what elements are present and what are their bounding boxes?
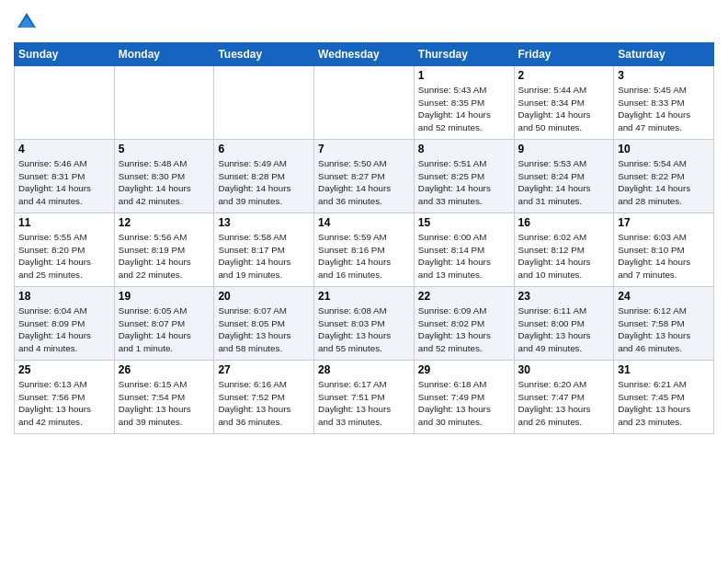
weekday-header-saturday: Saturday <box>614 43 714 66</box>
day-number: 21 <box>318 290 410 303</box>
day-number: 27 <box>218 363 310 376</box>
day-number: 13 <box>218 216 310 229</box>
day-info: Sunrise: 6:16 AM Sunset: 7:52 PM Dayligh… <box>218 378 310 429</box>
week-row-4: 18Sunrise: 6:04 AM Sunset: 8:09 PM Dayli… <box>15 287 714 361</box>
calendar-cell: 18Sunrise: 6:04 AM Sunset: 8:09 PM Dayli… <box>15 287 115 361</box>
day-number: 30 <box>518 363 610 376</box>
day-info: Sunrise: 6:20 AM Sunset: 7:47 PM Dayligh… <box>518 378 610 429</box>
day-info: Sunrise: 6:04 AM Sunset: 8:09 PM Dayligh… <box>18 304 110 355</box>
day-info: Sunrise: 5:46 AM Sunset: 8:31 PM Dayligh… <box>18 157 110 208</box>
calendar-cell: 25Sunrise: 6:13 AM Sunset: 7:56 PM Dayli… <box>15 361 115 434</box>
calendar-cell: 14Sunrise: 5:59 AM Sunset: 8:16 PM Dayli… <box>314 213 415 287</box>
calendar-cell: 13Sunrise: 5:58 AM Sunset: 8:17 PM Dayli… <box>214 213 314 287</box>
day-number: 7 <box>318 143 410 155</box>
calendar-cell: 27Sunrise: 6:16 AM Sunset: 7:52 PM Dayli… <box>214 361 314 434</box>
day-info: Sunrise: 5:54 AM Sunset: 8:22 PM Dayligh… <box>618 157 710 208</box>
calendar-cell: 20Sunrise: 6:07 AM Sunset: 8:05 PM Dayli… <box>214 287 314 361</box>
calendar-cell: 12Sunrise: 5:56 AM Sunset: 8:19 PM Dayli… <box>114 213 214 287</box>
day-number: 5 <box>119 143 210 155</box>
calendar-cell: 29Sunrise: 6:18 AM Sunset: 7:49 PM Dayli… <box>414 361 514 434</box>
calendar-cell <box>314 66 415 140</box>
day-info: Sunrise: 6:11 AM Sunset: 8:00 PM Dayligh… <box>518 304 610 355</box>
day-number: 31 <box>618 363 710 376</box>
day-info: Sunrise: 6:18 AM Sunset: 7:49 PM Dayligh… <box>418 378 510 429</box>
day-info: Sunrise: 6:09 AM Sunset: 8:02 PM Dayligh… <box>418 304 510 355</box>
day-number: 20 <box>218 290 310 303</box>
day-info: Sunrise: 5:48 AM Sunset: 8:30 PM Dayligh… <box>119 157 210 208</box>
calendar-cell: 24Sunrise: 6:12 AM Sunset: 7:58 PM Dayli… <box>614 287 714 361</box>
day-number: 4 <box>18 143 110 155</box>
logo-icon <box>14 9 40 35</box>
calendar-cell: 7Sunrise: 5:50 AM Sunset: 8:27 PM Daylig… <box>314 140 415 213</box>
calendar-cell: 15Sunrise: 6:00 AM Sunset: 8:14 PM Dayli… <box>414 213 514 287</box>
weekday-header-sunday: Sunday <box>15 43 115 66</box>
day-number: 14 <box>318 216 410 229</box>
calendar-container: SundayMondayTuesdayWednesdayThursdayFrid… <box>0 0 728 443</box>
day-info: Sunrise: 5:49 AM Sunset: 8:28 PM Dayligh… <box>218 157 310 208</box>
calendar-cell: 23Sunrise: 6:11 AM Sunset: 8:00 PM Dayli… <box>514 287 614 361</box>
day-number: 29 <box>418 363 510 376</box>
calendar-cell: 9Sunrise: 5:53 AM Sunset: 8:24 PM Daylig… <box>514 140 614 213</box>
calendar-cell: 4Sunrise: 5:46 AM Sunset: 8:31 PM Daylig… <box>15 140 115 213</box>
weekday-header-tuesday: Tuesday <box>214 43 314 66</box>
day-info: Sunrise: 5:58 AM Sunset: 8:17 PM Dayligh… <box>218 231 310 282</box>
week-row-3: 11Sunrise: 5:55 AM Sunset: 8:20 PM Dayli… <box>15 213 714 287</box>
day-number: 17 <box>618 216 710 229</box>
calendar-cell: 21Sunrise: 6:08 AM Sunset: 8:03 PM Dayli… <box>314 287 415 361</box>
day-info: Sunrise: 5:56 AM Sunset: 8:19 PM Dayligh… <box>119 231 210 282</box>
calendar-cell: 30Sunrise: 6:20 AM Sunset: 7:47 PM Dayli… <box>514 361 614 434</box>
day-number: 22 <box>418 290 510 303</box>
day-info: Sunrise: 6:00 AM Sunset: 8:14 PM Dayligh… <box>418 231 510 282</box>
day-number: 16 <box>518 216 610 229</box>
calendar-cell: 8Sunrise: 5:51 AM Sunset: 8:25 PM Daylig… <box>414 140 514 213</box>
day-info: Sunrise: 6:21 AM Sunset: 7:45 PM Dayligh… <box>618 378 710 429</box>
calendar-cell: 3Sunrise: 5:45 AM Sunset: 8:33 PM Daylig… <box>614 66 714 140</box>
day-number: 15 <box>418 216 510 229</box>
week-row-2: 4Sunrise: 5:46 AM Sunset: 8:31 PM Daylig… <box>15 140 714 213</box>
day-info: Sunrise: 5:55 AM Sunset: 8:20 PM Dayligh… <box>18 231 110 282</box>
weekday-header-wednesday: Wednesday <box>314 43 415 66</box>
day-info: Sunrise: 6:12 AM Sunset: 7:58 PM Dayligh… <box>618 304 710 355</box>
calendar-cell: 31Sunrise: 6:21 AM Sunset: 7:45 PM Dayli… <box>614 361 714 434</box>
day-info: Sunrise: 6:15 AM Sunset: 7:54 PM Dayligh… <box>119 378 210 429</box>
day-info: Sunrise: 6:17 AM Sunset: 7:51 PM Dayligh… <box>318 378 410 429</box>
day-number: 23 <box>518 290 610 303</box>
day-number: 19 <box>119 290 210 303</box>
day-info: Sunrise: 5:53 AM Sunset: 8:24 PM Dayligh… <box>518 157 610 208</box>
day-info: Sunrise: 5:50 AM Sunset: 8:27 PM Dayligh… <box>318 157 410 208</box>
day-number: 9 <box>518 143 610 155</box>
day-info: Sunrise: 5:45 AM Sunset: 8:33 PM Dayligh… <box>618 84 710 134</box>
calendar-cell: 2Sunrise: 5:44 AM Sunset: 8:34 PM Daylig… <box>514 66 614 140</box>
day-info: Sunrise: 6:02 AM Sunset: 8:12 PM Dayligh… <box>518 231 610 282</box>
calendar-cell: 11Sunrise: 5:55 AM Sunset: 8:20 PM Dayli… <box>15 213 115 287</box>
day-number: 25 <box>18 363 110 376</box>
day-number: 24 <box>618 290 710 303</box>
logo <box>14 9 43 35</box>
calendar-cell <box>214 66 314 140</box>
day-number: 28 <box>318 363 410 376</box>
header <box>14 9 714 35</box>
calendar-cell: 10Sunrise: 5:54 AM Sunset: 8:22 PM Dayli… <box>614 140 714 213</box>
weekday-header-row: SundayMondayTuesdayWednesdayThursdayFrid… <box>15 43 714 66</box>
day-info: Sunrise: 6:08 AM Sunset: 8:03 PM Dayligh… <box>318 304 410 355</box>
calendar-cell: 1Sunrise: 5:43 AM Sunset: 8:35 PM Daylig… <box>414 66 514 140</box>
day-info: Sunrise: 5:59 AM Sunset: 8:16 PM Dayligh… <box>318 231 410 282</box>
day-info: Sunrise: 5:51 AM Sunset: 8:25 PM Dayligh… <box>418 157 510 208</box>
day-number: 6 <box>218 143 310 155</box>
calendar-cell: 5Sunrise: 5:48 AM Sunset: 8:30 PM Daylig… <box>114 140 214 213</box>
calendar-cell: 16Sunrise: 6:02 AM Sunset: 8:12 PM Dayli… <box>514 213 614 287</box>
weekday-header-thursday: Thursday <box>414 43 514 66</box>
week-row-5: 25Sunrise: 6:13 AM Sunset: 7:56 PM Dayli… <box>15 361 714 434</box>
day-info: Sunrise: 6:13 AM Sunset: 7:56 PM Dayligh… <box>18 378 110 429</box>
day-number: 1 <box>418 69 510 82</box>
day-number: 26 <box>119 363 210 376</box>
day-number: 11 <box>18 216 110 229</box>
day-info: Sunrise: 6:03 AM Sunset: 8:10 PM Dayligh… <box>618 231 710 282</box>
calendar-table: SundayMondayTuesdayWednesdayThursdayFrid… <box>14 42 714 434</box>
day-info: Sunrise: 6:07 AM Sunset: 8:05 PM Dayligh… <box>218 304 310 355</box>
calendar-cell <box>15 66 115 140</box>
day-number: 2 <box>518 69 610 82</box>
day-number: 8 <box>418 143 510 155</box>
calendar-cell: 19Sunrise: 6:05 AM Sunset: 8:07 PM Dayli… <box>114 287 214 361</box>
calendar-cell <box>114 66 214 140</box>
